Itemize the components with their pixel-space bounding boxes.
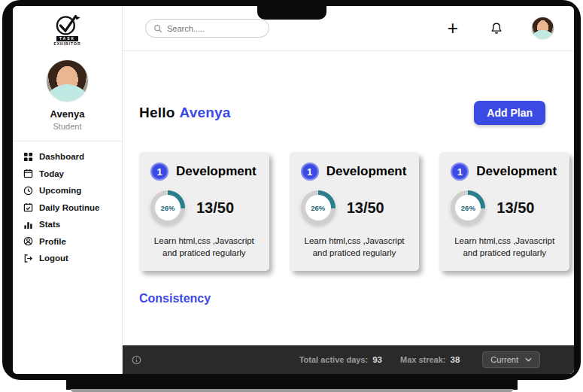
camera-notch: [257, 6, 326, 20]
chevron-down-icon: [525, 357, 532, 362]
card-title: Development: [476, 164, 557, 179]
logout-icon: [23, 254, 33, 263]
profile-icon: [23, 236, 33, 246]
stats-icon: [23, 220, 33, 229]
sidebar-item-daily-routine[interactable]: Daily Routinue: [23, 199, 122, 217]
upcoming-clock-icon: [23, 186, 33, 196]
topbar: +: [123, 6, 574, 51]
card-header: 1 Development: [447, 163, 562, 181]
total-active-days-value: 93: [372, 355, 382, 364]
sidebar-item-today[interactable]: Today: [23, 166, 122, 183]
bell-icon: [490, 22, 503, 35]
sidebar-item-label: Logout: [39, 254, 68, 263]
card-description: Learn html,css ,Javascript and praticed …: [147, 235, 262, 259]
sidebar-item-label: Upcoming: [39, 186, 81, 195]
laptop-frame: TASK EXHIBITOR Avenya Student Dashboard: [0, 0, 583, 392]
laptop-base-lip: [71, 389, 513, 392]
card-title: Development: [326, 164, 407, 179]
notification-bell-button[interactable]: [490, 22, 503, 35]
card-description: Learn html,css ,Javascript and praticed …: [447, 235, 562, 259]
dashboard-icon: [23, 152, 33, 162]
dashboard-main: HelloAvenya Add Plan 1 Development: [123, 51, 574, 374]
laptop-bezel: TASK EXHIBITOR Avenya Student Dashboard: [2, 0, 581, 380]
topbar-avatar[interactable]: [532, 17, 554, 39]
card-header: 1 Development: [297, 163, 412, 181]
plan-cards-row: 1 Development 26% 13/50 Learn html,css ,…: [139, 152, 569, 271]
profile-avatar: [47, 60, 88, 102]
sidebar: TASK EXHIBITOR Avenya Student Dashboard: [13, 6, 123, 374]
card-score: 13/50: [496, 199, 534, 217]
progress-ring: 26%: [301, 190, 336, 225]
card-header: 1 Development: [147, 163, 262, 181]
logo-text-line1: TASK: [56, 36, 78, 41]
search-icon: [153, 24, 162, 33]
sidebar-item-profile[interactable]: Profile: [23, 233, 122, 251]
footer-stats-bar: Total active days: 93 Max streak: 38 Cur…: [123, 345, 574, 374]
sidebar-item-label: Profile: [39, 237, 66, 246]
sidebar-item-stats[interactable]: Stats: [23, 216, 122, 233]
info-icon[interactable]: [132, 355, 141, 365]
screen: TASK EXHIBITOR Avenya Student Dashboard: [13, 6, 574, 374]
card-score: 13/50: [347, 199, 384, 217]
sidebar-item-upcoming[interactable]: Upcoming: [23, 182, 122, 199]
sidebar-item-label: Today: [39, 169, 64, 178]
sidebar-nav: Dashboard Today Upcoming: [13, 141, 122, 267]
consistency-heading: Consistency: [139, 292, 574, 305]
progress-percent: 26%: [455, 195, 481, 220]
progress-percent: 26%: [155, 195, 181, 220]
sidebar-item-dashboard[interactable]: Dashboard: [23, 148, 122, 166]
plan-card[interactable]: 1 Development 26% 13/50 Learn html,css ,…: [290, 152, 420, 271]
current-dropdown-button[interactable]: Current: [482, 351, 540, 368]
add-plan-button[interactable]: Add Plan: [474, 101, 545, 125]
total-active-days-label: Total active days:: [299, 355, 369, 364]
logo-text-line2: EXHIBITOR: [53, 41, 80, 47]
sidebar-profile: Avenya Student: [13, 50, 122, 141]
plan-card[interactable]: 1 Development 26% 13/50 Learn html,css ,…: [139, 152, 269, 271]
card-description: Learn html,css ,Javascript and praticed …: [297, 235, 412, 259]
card-number-badge: 1: [301, 163, 319, 181]
today-calendar-icon: [23, 169, 33, 178]
user-name-text: Avenya: [179, 105, 230, 120]
progress-ring: 26%: [451, 190, 485, 225]
progress-ring: 26%: [150, 190, 185, 225]
card-progress-row: 26% 13/50: [147, 190, 262, 225]
sidebar-item-label: Stats: [39, 220, 60, 229]
card-number-badge: 1: [150, 163, 169, 181]
sidebar-item-logout[interactable]: Logout: [23, 250, 122, 267]
card-progress-row: 26% 13/50: [297, 190, 412, 225]
streak-stats: Total active days: 93 Max streak: 38 Cur…: [299, 351, 540, 368]
plan-card[interactable]: 1 Development 26% 13/50 Learn html,css ,…: [439, 152, 569, 271]
greeting-row: HelloAvenya Add Plan: [139, 101, 545, 125]
greeting: HelloAvenya: [139, 105, 231, 121]
card-number-badge: 1: [451, 163, 469, 181]
search-box[interactable]: [145, 19, 269, 38]
card-title: Development: [176, 164, 257, 179]
app-logo: TASK EXHIBITOR: [13, 6, 122, 50]
daily-routine-icon: [23, 202, 33, 212]
profile-name: Avenya: [50, 108, 85, 120]
hello-text: Hello: [139, 105, 175, 120]
card-score: 13/50: [196, 199, 234, 217]
content-column: + HelloAvenya Add Plan: [123, 6, 574, 374]
search-input[interactable]: [167, 24, 261, 33]
max-streak-label: Max streak:: [400, 355, 446, 364]
sidebar-item-label: Dashboard: [39, 152, 84, 161]
add-plus-button[interactable]: +: [447, 19, 458, 38]
current-dropdown-label: Current: [490, 355, 518, 364]
card-progress-row: 26% 13/50: [447, 190, 562, 225]
max-streak-value: 38: [451, 355, 460, 364]
logo-check-icon: [52, 14, 84, 36]
sidebar-item-label: Daily Routinue: [39, 203, 100, 212]
progress-percent: 26%: [305, 195, 331, 220]
profile-role: Student: [53, 122, 82, 131]
